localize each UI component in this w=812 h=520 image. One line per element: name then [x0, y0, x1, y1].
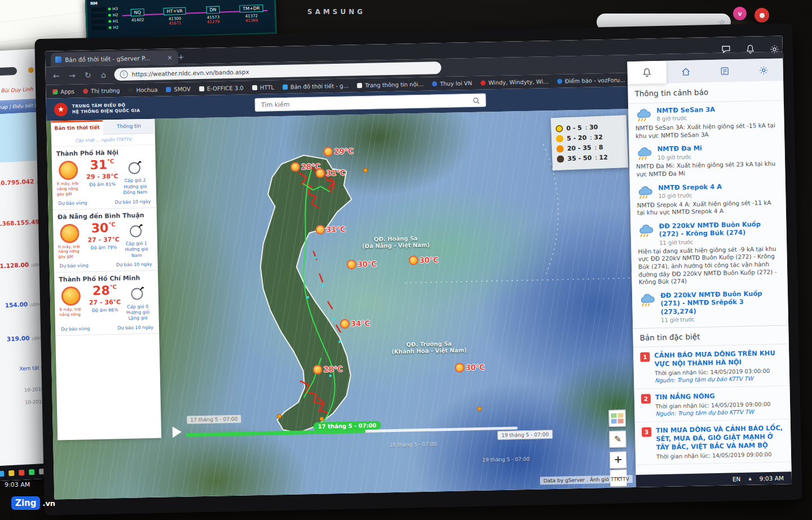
timeline-play-button[interactable] [173, 426, 182, 438]
map-temp-marker[interactable]: 28°C [313, 364, 343, 374]
bookmark-icon [357, 83, 362, 88]
search-input[interactable] [255, 93, 486, 112]
timeline-start-label: 17 tháng 5 - 07:00 [187, 415, 241, 424]
tab-bulletins[interactable] [705, 59, 744, 82]
window-corner-icons [721, 44, 780, 55]
taskbar-app-icon[interactable] [8, 470, 15, 476]
storm-cloud-icon [639, 293, 656, 308]
org-name: TRUNG TÂM ĐIỀU ĐỘ HỆ THỐNG ĐIỆN QUỐC GIA [72, 103, 140, 115]
city-wind: Cấp gió 1 Hướng gió Nam [120, 221, 153, 259]
bookmark-item[interactable]: Windy, Windyty, Wi... [480, 78, 549, 86]
tab-settings[interactable] [744, 58, 783, 81]
taskbar-app-icon[interactable] [29, 469, 35, 475]
scada-node: DN 41573 41279 [197, 6, 228, 25]
scada-row-label: H3 [112, 6, 118, 11]
bookmark-item[interactable]: Thuy loi VN [432, 80, 472, 86]
forward-button[interactable]: → [67, 71, 77, 80]
bookmark-item[interactable]: Thị trường [83, 87, 120, 94]
extension-dot-icon [28, 67, 34, 73]
bookmark-item[interactable]: Hochua [128, 86, 157, 93]
tab-home[interactable] [666, 60, 705, 83]
bulletin-item[interactable]: 2 TIN NẮNG NÓNG Thời gian nhận lúc: 14/0… [634, 386, 791, 422]
map-temp-marker[interactable]: 29°C [323, 146, 353, 156]
map-temp-marker[interactable]: 34°C [340, 319, 370, 329]
legend-dot [555, 125, 563, 132]
alert-item[interactable]: NMTĐ SeSan 3A 8 giờ trước NMTĐ SeSan 3A:… [628, 100, 784, 142]
layers-button[interactable] [608, 409, 626, 427]
taskbar-app-icon[interactable] [0, 470, 5, 477]
zoom-in-button[interactable]: + [610, 451, 627, 469]
legend-dot [557, 155, 564, 162]
tray-chevron-icon[interactable]: ▲ [748, 477, 752, 481]
tab-information[interactable]: Thông tin [103, 119, 155, 135]
ten-day-forecast-link[interactable]: Dự báo 10 ngày [115, 199, 151, 204]
scada-node-value: 41279 [198, 19, 228, 25]
clock[interactable]: 9:03 AM [760, 475, 784, 482]
alert-item[interactable]: NMTĐ Đa Mi 10 giờ trước NMTĐ Đa Mi: Xuất… [629, 139, 785, 181]
site-info-icon[interactable]: i [120, 70, 128, 78]
map-temp-marker[interactable]: 30°C [408, 255, 438, 265]
scada-node: NQ 41402 [122, 8, 153, 23]
map-temp-marker[interactable]: 30°C [347, 259, 377, 270]
region-forecast-link[interactable]: Dự báo vùng [61, 326, 90, 332]
map-temp-marker[interactable]: 30°C [454, 363, 484, 373]
bookmark-icon [199, 86, 204, 91]
extension-avatar-red[interactable] [754, 8, 769, 23]
bookmark-label: Hochua [136, 86, 157, 93]
scada-node-label: HT+VA [163, 7, 186, 15]
bookmark-item[interactable]: HTTL [252, 84, 274, 91]
map-temp-marker[interactable]: 31°C [315, 168, 345, 178]
map-temp-marker[interactable]: 31°C [315, 224, 345, 235]
bookmark-item[interactable]: Apps [52, 88, 74, 95]
bookmark-label: E-OFFICE 3.0 [207, 85, 244, 91]
bulletin-source: Nguồn: Trung tâm dự báo KTTV TW [655, 374, 783, 384]
bookmark-item[interactable]: Điểm báo - vozForu... [557, 77, 625, 85]
draw-tool-button[interactable]: ✎ [609, 430, 626, 448]
bookmark-item[interactable]: SMOV [166, 86, 191, 92]
wind-dial-icon [127, 221, 145, 240]
bulletin-source: Nguồn: Trung tâm dự báo KTTV TW [655, 408, 771, 417]
ten-day-forecast-link[interactable]: Dự báo 10 ngày [117, 325, 153, 330]
bulletin-title: CẢNH BÁO MƯA DÔNG TRÊN KHU VỰC NỘI THÀNH… [654, 349, 783, 368]
bulletin-item[interactable]: 1 CẢNH BÁO MƯA DÔNG TRÊN KHU VỰC NỘI THÀ… [633, 344, 789, 389]
home-button[interactable]: ⌂ [98, 70, 108, 79]
alert-item[interactable]: ĐĐ 220kV NMTĐ Buôn Kuốp (272) - Krông Bú… [630, 216, 788, 289]
language-indicator[interactable]: EN [732, 475, 741, 482]
bulletin-item[interactable]: 3 TIN MƯA DÔNG VÀ CẢNH BÁO LỐC, SÉT, MƯA… [635, 419, 792, 465]
marker-temp-label: 30°C [358, 260, 377, 269]
tab-weather-bulletin[interactable]: Bản tin thời tiết [51, 120, 103, 136]
bulletin-title: TIN NẮNG NÓNG [655, 391, 771, 402]
bookmark-item[interactable]: E-OFFICE 3.0 [199, 85, 244, 92]
ten-day-forecast-link[interactable]: Dự báo 10 ngày [116, 262, 152, 267]
region-forecast-link[interactable]: Dự báo vùng [60, 263, 89, 268]
back-button[interactable]: ← [51, 71, 61, 80]
bell-icon [642, 67, 652, 78]
bookmark-item[interactable]: Bản đồ thời tiết - g... [283, 82, 348, 90]
tab-notifications[interactable] [627, 61, 667, 84]
new-tab-button[interactable]: + [176, 52, 186, 63]
legend-row: 5 - 2032 [556, 133, 623, 143]
home-icon [681, 66, 691, 77]
island-label-truong-sa: QĐ. Trường Sa(Khánh Hòa - Việt Nam) [387, 340, 471, 355]
reload-button[interactable]: ↻ [82, 70, 92, 80]
region-forecast-link[interactable]: Dự báo vùng [58, 200, 87, 206]
bookmark-item[interactable]: Trang thông tin nội... [357, 81, 423, 88]
sun-marker-icon [340, 319, 350, 329]
extension-avatar-v[interactable]: v [733, 7, 747, 20]
bookmark-label: Thị trường [91, 87, 120, 94]
bookmark-label: Apps [60, 88, 74, 95]
search-icon[interactable] [473, 96, 480, 107]
alert-item[interactable]: NMTĐ Srepok 4 A 10 giờ trước NMTĐ Srepok… [630, 178, 786, 219]
chat-bubble-icon[interactable] [721, 44, 731, 55]
gear-icon[interactable] [769, 44, 780, 55]
scada-label: NM [90, 1, 98, 6]
city-temp: 31°C [86, 158, 118, 171]
alert-time: 10 giờ trước [657, 153, 703, 161]
alert-item[interactable]: ĐĐ 220kV NMTĐ Buôn Kuốp (271) - NMTĐ Srê… [632, 285, 788, 326]
storm-cloud-icon [637, 223, 655, 239]
bell-icon[interactable] [745, 44, 756, 55]
city-wind: Cấp gió 0 Hướng gió Lặng gió [121, 284, 154, 322]
taskbar-app-icon[interactable] [19, 469, 25, 475]
legend-row: 20 - 358 [557, 143, 623, 153]
tab-close-icon[interactable]: ✕ [166, 54, 174, 61]
